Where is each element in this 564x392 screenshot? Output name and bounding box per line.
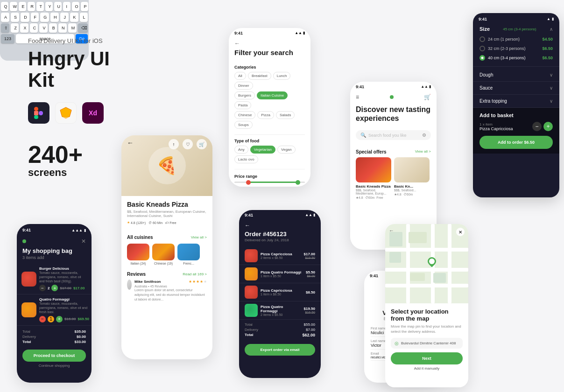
size-chevron-icon[interactable]: ∧: [550, 27, 553, 32]
map-phone: ← ✕ Select your location from the map Mo…: [385, 224, 468, 387]
listing-heart-icon[interactable]: ♡: [183, 139, 193, 149]
range-max-handle[interactable]: [296, 180, 300, 185]
key-l[interactable]: L: [80, 13, 88, 22]
qty-plus-1[interactable]: +: [51, 285, 58, 291]
map-title: Select your location from the map: [391, 308, 463, 322]
key-w[interactable]: W: [10, 2, 17, 11]
listing-meta: $$, Seafood, Mediterranean, European Cui…: [127, 210, 207, 218]
size-radio-1[interactable]: [479, 36, 485, 42]
qty-minus-2[interactable]: −: [39, 316, 46, 322]
tag-italian[interactable]: Italian Cuisine: [257, 91, 288, 99]
tag-breakfast[interactable]: Breakfast: [248, 72, 271, 80]
discover-search-placeholder: Search food you like: [368, 133, 420, 138]
tag-dinner[interactable]: Dinner: [234, 82, 253, 90]
size-radio-3[interactable]: [479, 55, 485, 61]
continue-shopping[interactable]: Continue shopping: [17, 364, 92, 370]
key-m[interactable]: M: [68, 23, 77, 33]
key-e[interactable]: E: [19, 2, 26, 11]
key-i[interactable]: I: [63, 2, 70, 11]
key-p[interactable]: P: [81, 2, 88, 11]
basket-minus-button[interactable]: −: [532, 122, 542, 131]
qty-minus-1[interactable]: −: [39, 285, 46, 291]
size-option-2[interactable]: 32 cm (2-3 persons) $6.50: [479, 44, 553, 53]
key-c[interactable]: C: [30, 23, 38, 33]
key-u[interactable]: U: [54, 2, 62, 11]
key-k[interactable]: K: [70, 13, 78, 22]
discover-cart-icon[interactable]: 🛒: [424, 94, 431, 100]
export-order-button[interactable]: Export order via email: [245, 344, 315, 356]
size-option-1[interactable]: 24 cm (1 person) $4.50: [479, 35, 553, 44]
key-b[interactable]: B: [49, 23, 57, 33]
listing-cart-icon[interactable]: 🛒: [197, 139, 207, 149]
time-badge: ⏱ 60 Min: [148, 221, 162, 224]
key-q[interactable]: Q: [1, 2, 8, 11]
cuisines-view-all[interactable]: View all >: [191, 235, 207, 239]
key-y[interactable]: Y: [45, 2, 53, 11]
key-a[interactable]: A: [1, 13, 9, 22]
reviews-read-all[interactable]: Read all 169 >: [183, 272, 207, 276]
tag-vegan[interactable]: Vegan: [277, 146, 296, 154]
discover-menu-icon[interactable]: ≡: [356, 94, 359, 100]
key-s[interactable]: S: [11, 13, 19, 22]
order-item-3-price: $8.50: [306, 290, 315, 294]
bag-wifi-icon: ▲▲▲: [71, 228, 83, 232]
key-j[interactable]: J: [60, 13, 68, 22]
tag-pizza[interactable]: Pizza: [257, 111, 274, 119]
key-h[interactable]: H: [50, 13, 59, 22]
map-close-icon[interactable]: ✕: [456, 228, 465, 236]
delivery-value: $0.00: [77, 335, 86, 339]
tag-lunch[interactable]: Lunch: [273, 72, 291, 80]
key-t[interactable]: T: [36, 2, 44, 11]
screens-count: 240+: [28, 142, 131, 167]
key-d[interactable]: D: [21, 13, 29, 22]
tag-pasta[interactable]: Pasta: [234, 101, 251, 109]
tag-vegetarian[interactable]: Vegetarian: [250, 146, 275, 154]
key-g[interactable]: G: [40, 13, 49, 22]
card-2-img: [394, 157, 430, 182]
tag-all[interactable]: All: [234, 72, 246, 80]
map-next-button[interactable]: Next: [391, 352, 463, 364]
order-back-icon[interactable]: ←: [245, 222, 315, 229]
bag-battery-icon: ▮: [84, 228, 86, 232]
tag-soups[interactable]: Soups: [234, 121, 253, 129]
key-shift[interactable]: ⇧: [1, 23, 9, 33]
range-min-handle[interactable]: [246, 180, 251, 185]
key-r[interactable]: R: [28, 2, 35, 11]
sauce-accordion[interactable]: Sauce ∨: [473, 82, 559, 95]
key-o[interactable]: O: [72, 2, 79, 11]
listing-share-icon[interactable]: ↑: [169, 139, 179, 149]
qty-plus-2[interactable]: +: [56, 316, 63, 322]
key-z[interactable]: Z: [11, 23, 19, 33]
key-delete[interactable]: ⌫: [78, 23, 88, 33]
bag-close-icon[interactable]: ✕: [81, 238, 86, 245]
key-n[interactable]: N: [58, 23, 67, 33]
total-row: Total $35.00: [22, 329, 86, 334]
key-f[interactable]: F: [31, 13, 39, 22]
discover-search-bar[interactable]: 🔍 Search food you like ⚙: [356, 130, 431, 140]
tag-any[interactable]: Any: [234, 146, 248, 154]
filter-back-icon[interactable]: ←: [234, 40, 305, 47]
discover-filter-icon[interactable]: ⚙: [422, 133, 426, 138]
size-option-3[interactable]: 40 cm (3-4 persons) $6.50: [479, 53, 553, 63]
order-totals: Total $55.00 Delivery $7.00 Total $62.00: [239, 320, 321, 341]
extra-topping-accordion[interactable]: Extra topping ∨: [473, 95, 559, 108]
order-item-4: Pizza Quatro Formaggi 2 items x $5.50 $1…: [239, 301, 321, 320]
size-radio-2[interactable]: [479, 46, 485, 51]
tag-burgers[interactable]: Burgers: [234, 91, 255, 99]
qty-mid-2[interactable]: 1: [48, 316, 54, 322]
tag-chinese[interactable]: Chinese: [234, 111, 255, 119]
tag-salads[interactable]: Salads: [276, 111, 295, 119]
special-view-all[interactable]: View all >: [415, 149, 431, 154]
map-back-icon[interactable]: ←: [389, 228, 394, 233]
key-123[interactable]: 123: [1, 34, 14, 43]
add-to-order-button[interactable]: Add to order $6.50: [479, 136, 553, 149]
key-v[interactable]: V: [39, 23, 47, 33]
basket-plus-button[interactable]: +: [543, 122, 553, 131]
dough-accordion[interactable]: Dough ∨: [473, 69, 559, 82]
map-manual-button[interactable]: Add it manually: [391, 366, 463, 371]
listing-back-icon[interactable]: ←: [127, 139, 134, 149]
checkout-button[interactable]: Proceed to checkout: [22, 350, 86, 362]
key-x[interactable]: X: [20, 23, 28, 33]
tag-lacto[interactable]: Lacto ovo: [234, 155, 258, 163]
filter-food-type: Type of food Any Vegetarian Vegan Lacto …: [229, 137, 310, 167]
